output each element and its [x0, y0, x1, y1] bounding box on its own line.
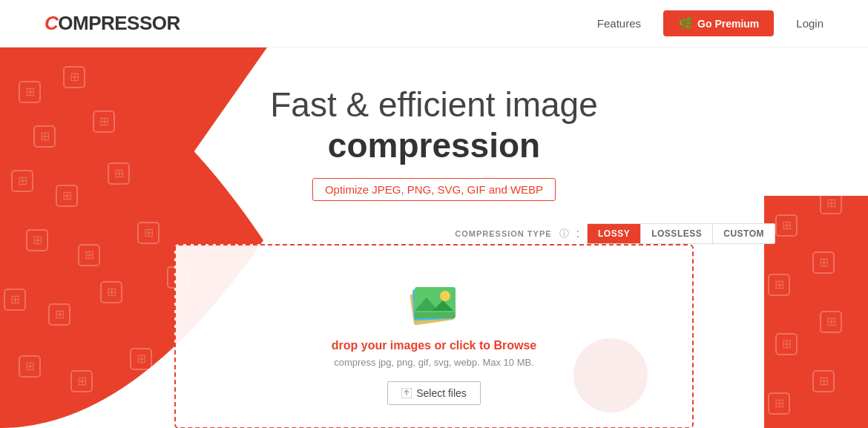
drop-text-sub: compress jpg, png, gif, svg, webp. Max 1… — [334, 357, 534, 368]
comp-btn-lossless[interactable]: LOSSLESS — [641, 224, 713, 243]
login-button[interactable]: Login — [796, 17, 823, 30]
comp-btn-custom[interactable]: CUSTOM — [713, 224, 775, 243]
circle-decoration — [573, 338, 648, 412]
headline-bold: compression — [0, 125, 868, 166]
premium-label: Go Premium — [697, 18, 759, 30]
subtitle-badge: Optimize JPEG, PNG, SVG, GIF and WEBP — [312, 178, 556, 201]
upload-icon — [401, 388, 412, 398]
svg-point-8 — [440, 291, 450, 301]
main-content: ⊞ Fast & — [0, 47, 868, 428]
hero-content: Fast & efficient image compression Optim… — [0, 47, 868, 201]
dropzone[interactable]: drop your images or click to Browse comp… — [174, 244, 694, 428]
crown-icon: 🌿 — [678, 16, 693, 30]
drop-image-icon — [404, 275, 464, 327]
compression-colon: : — [576, 227, 579, 240]
comp-btn-lossy[interactable]: LOSSY — [588, 224, 641, 243]
compression-hint-icon: ⓘ — [559, 227, 569, 240]
compression-type-row: COMPRESSION TYPE ⓘ : LOSSY LOSSLESS CUST… — [455, 223, 775, 244]
compression-buttons: LOSSY LOSSLESS CUSTOM — [587, 223, 775, 244]
drop-text-main: drop your images or click to Browse — [332, 339, 537, 352]
logo-rest: OMPRESSOR — [58, 12, 180, 35]
headline-light: Fast & efficient image — [0, 85, 868, 125]
nav-right: Features 🌿 Go Premium Login — [597, 10, 823, 36]
svg-rect-9 — [415, 312, 456, 318]
select-files-label: Select files — [416, 387, 467, 399]
features-link[interactable]: Features — [597, 17, 641, 30]
go-premium-button[interactable]: 🌿 Go Premium — [663, 10, 774, 36]
select-files-button[interactable]: Select files — [387, 381, 481, 405]
logo: COMPRESSOR — [45, 12, 180, 35]
upload-section: COMPRESSION TYPE ⓘ : LOSSY LOSSLESS CUST… — [0, 223, 868, 428]
compression-type-label: COMPRESSION TYPE — [455, 229, 551, 238]
header: COMPRESSOR Features 🌿 Go Premium Login — [0, 0, 868, 47]
logo-c: C — [45, 12, 58, 35]
